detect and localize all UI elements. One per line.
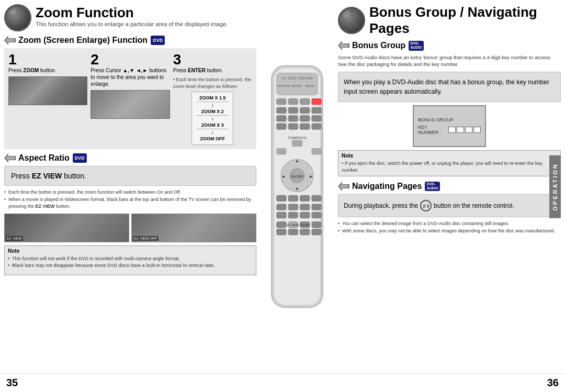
svg-rect-46 [277,212,286,218]
svg-rect-13 [300,99,310,105]
operation-tab: OPERATION [549,155,561,218]
nav-bullet-2: With some discs, you may not be able to … [338,228,561,235]
step-1-image [8,76,87,105]
left-panel: Zoom Function This function allows you t… [4,4,261,369]
page-left: 35 [6,377,18,389]
zoom-chart: ZOOM X 1.5 ↓ ZOOM X 2 ↓ ZOOM X 3 ↓ ZOOM … [191,92,233,145]
svg-text:EZ VIEW: EZ VIEW [287,223,299,227]
bonus-group-label: BONUS GROUP [418,117,454,122]
zoom-enlarge-header: Zoom (Screen Enlarge) Function DVD [4,36,256,45]
preview-label-2: EZ VIEW OFF [133,236,159,241]
svg-rect-18 [312,107,321,113]
bonus-note-text: • If you eject the disc, switch the powe… [342,160,557,173]
aspect-dvd-badge: DVD [73,153,87,163]
svg-rect-44 [300,204,310,210]
bonus-group-sub-header: Bonus Group DVD- AUDIO [338,41,561,51]
aspect-bullets: Each time the button is pressed, the zoo… [4,189,256,210]
preview-label-1: EZ VIEW [6,236,23,241]
aspect-ratio-title: Aspect Ratio [18,153,70,163]
zoom-function-header: Zoom Function This function allows you t… [4,4,256,31]
steps-container: 1 Press ZOOM button. 2 Press Cursor ▲,▼ … [4,48,256,149]
nav-info-box: During playback, press the ∧∨ button on … [338,194,561,217]
zoom-header-icon [4,4,31,31]
svg-rect-41 [312,195,321,201]
ez-view-box: Press EZ VIEW button. [4,166,256,186]
zoom-level-2: ZOOM X 2 [196,108,229,116]
step-2-text: Press Cursor ▲,▼ ◄,► buttons to move to … [91,67,170,87]
bonus-info-box: When you play a DVD-Audio disc that has … [338,72,561,102]
nav-dvd-audio-badge: DVD- AUDIO [425,182,440,192]
svg-rect-28 [292,140,302,146]
ez-view-text: Press EZ VIEW button. [11,172,86,180]
key-boxes [448,127,481,133]
svg-text:►: ► [309,174,313,179]
svg-rect-39 [288,195,298,201]
step-3-number: 3 [173,52,252,67]
svg-rect-57 [288,229,298,235]
nav-pages-icon [338,182,349,191]
zoom-arrow-1: ↓ [211,102,214,108]
nav-pages-sub-header: Navigating Pages DVD- AUDIO [338,182,561,192]
svg-text:MOVIIE: MOVIIE [292,84,302,87]
bonus-description: Some DVD-Audio discs have an extra 'bonu… [338,54,561,68]
aspect-ratio-icon [4,153,16,163]
zoom-arrow-3: ↓ [211,129,214,135]
svg-text:TUNER/CH: TUNER/CH [288,136,307,140]
aspect-bullet-2: When a movie is played in Widescreen for… [4,196,256,210]
zoom-enlarge-section: Zoom (Screen Enlarge) Function DVD 1 Pre… [4,36,256,149]
key-box-2 [457,127,464,133]
svg-rect-40 [300,195,310,201]
svg-rect-43 [288,204,298,210]
svg-rect-12 [288,99,298,105]
bonus-header-icon [338,7,365,34]
svg-rect-59 [312,229,321,235]
badge-line1: DVD- [410,41,422,46]
svg-rect-58 [300,229,310,235]
nav-text-before: During playback, press the [344,201,418,210]
key-box-3 [465,127,472,133]
note-bullet-2: Black bars may not disappear because som… [8,262,253,270]
svg-rect-42 [277,204,286,210]
zoom-subtitle: This function allows you to enlarge a pa… [36,21,228,27]
zoom-info-text: • Each time the button is pressed, the z… [173,76,252,89]
remote-area: TV, DVD, VCR MIX VCR/DVD MOVIIE MUSIC TU… [261,4,334,369]
svg-text:VCR/DVD: VCR/DVD [277,84,290,87]
zoom-level-4: ZOOM OFF [196,135,229,142]
svg-rect-25 [300,124,310,129]
svg-rect-16 [288,107,298,113]
zoom-level-3: ZOOM X 3 [196,121,229,129]
svg-rect-15 [277,107,286,113]
svg-rect-21 [300,116,310,121]
note-box: Note This function will not work if the … [4,245,256,275]
zoom-title: Zoom Function [36,5,228,21]
preview-img-ezview: EZ VIEW [4,214,129,242]
svg-rect-24 [288,124,298,129]
svg-rect-23 [277,124,286,129]
svg-text:▲: ▲ [295,158,299,163]
aspect-bullet-1: Each time the button is pressed, the zoo… [4,189,256,196]
nav-bullets: You can select the desired image from a … [338,220,561,234]
step-2-number: 2 [91,52,170,67]
preview-images: EZ VIEW EZ VIEW OFF [4,214,256,242]
nav-pages-section: Navigating Pages DVD- AUDIO During playb… [338,182,561,235]
svg-rect-47 [288,212,298,218]
nav-badge-line2: AUDIO [426,186,438,191]
step-1: 1 Press ZOOM button. [8,52,87,145]
nav-bullet-1: You can select the desired image from a … [338,220,561,228]
svg-rect-56 [277,229,286,235]
step-2-image [91,90,170,119]
right-panel: Bonus Group / Navigating Pages Bonus Gro… [334,4,561,369]
step-3: 3 Press ENTER button. • Each time the bu… [173,52,252,145]
bonus-dvd-audio-badge: DVD- AUDIO [409,41,424,51]
nav-badge-line1: DVD- [426,182,438,186]
theta-icon-1: ∧∨ [420,200,432,211]
step-3-text: Press ENTER button. [173,67,252,74]
aspect-ratio-section: Aspect Ratio DVD Press EZ VIEW button. E… [4,153,256,275]
bonus-note-box: Note • If you eject the disc, switch the… [338,150,561,176]
svg-rect-29 [277,149,286,154]
svg-text:MUSIC: MUSIC [306,84,315,87]
nav-pages-title: Navigating Pages [352,182,422,191]
page-right: 36 [547,377,559,389]
svg-rect-30 [312,149,321,154]
bonus-group-header: Bonus Group / Navigating Pages [338,4,561,37]
